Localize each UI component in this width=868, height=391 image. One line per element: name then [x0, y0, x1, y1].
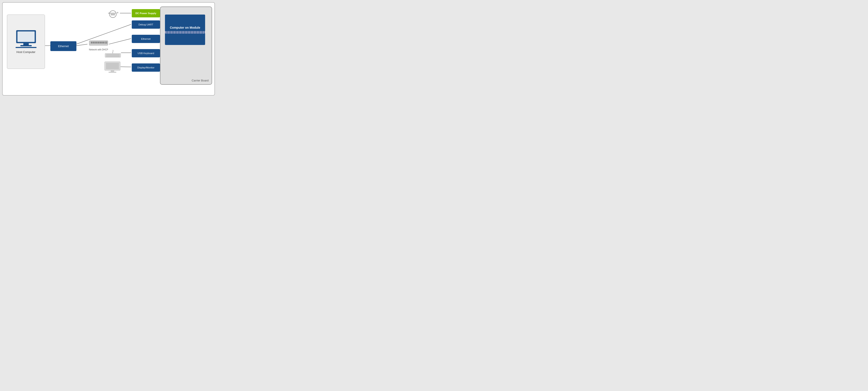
- dc-power-label: DC Power Supply: [135, 12, 156, 15]
- svg-line-1: [76, 44, 88, 46]
- ethernet-right-block: Ethernet: [132, 35, 160, 43]
- svg-rect-16: [93, 42, 94, 44]
- svg-rect-23: [105, 41, 107, 44]
- keyboard-icon-area: [104, 49, 122, 58]
- host-computer-icon: [14, 30, 38, 48]
- svg-rect-21: [101, 42, 103, 44]
- dc-power-block: DC Power Supply: [132, 9, 160, 18]
- monitor-icon-area: [104, 61, 121, 73]
- svg-rect-12: [16, 47, 36, 48]
- svg-rect-22: [103, 42, 104, 44]
- usb-keyboard-block: USB Keyboard: [132, 49, 160, 57]
- svg-rect-35: [108, 72, 116, 73]
- host-computer-box: Host Computer: [7, 15, 45, 69]
- ethernet-left-block: Ethernet: [50, 41, 76, 51]
- ethernet-left-label: Ethernet: [58, 45, 69, 48]
- svg-rect-18: [96, 42, 97, 44]
- carrier-board-label: Carrier Board: [192, 79, 209, 82]
- usb-keyboard-label: USB Keyboard: [137, 52, 154, 55]
- svg-rect-19: [98, 42, 99, 44]
- com-module-connector: [165, 31, 205, 34]
- com-module-block: Computer on Module: [165, 15, 205, 45]
- svg-line-2: [109, 38, 131, 44]
- svg-rect-30: [106, 55, 120, 56]
- host-computer-label: Host Computer: [17, 50, 35, 54]
- power-symbol-area: +: [108, 10, 120, 19]
- power-symbol-icon: +: [108, 10, 120, 19]
- monitor-icon: [104, 61, 121, 73]
- svg-rect-17: [94, 42, 96, 44]
- keyboard-icon: [104, 50, 122, 58]
- com-module-label: Computer on Module: [168, 26, 203, 29]
- diagram-container: Host Computer Ethernet Network with DHCP: [2, 2, 215, 95]
- debug-uart-block: Debug UART: [132, 21, 160, 29]
- svg-rect-31: [106, 56, 120, 57]
- svg-rect-9: [18, 31, 34, 42]
- network-switch-icon: [89, 38, 108, 48]
- svg-rect-29: [106, 54, 120, 55]
- svg-rect-10: [23, 43, 29, 46]
- display-monitor-label: Display/Monitor: [137, 66, 154, 69]
- debug-uart-label: Debug UART: [138, 23, 153, 26]
- svg-rect-33: [106, 63, 119, 69]
- ethernet-right-label: Ethernet: [141, 37, 150, 40]
- svg-rect-34: [111, 71, 114, 72]
- display-monitor-block: Display/Monitor: [132, 63, 160, 72]
- svg-rect-15: [91, 42, 92, 44]
- svg-rect-11: [20, 45, 31, 47]
- svg-rect-20: [100, 42, 101, 44]
- svg-text:+: +: [117, 11, 119, 14]
